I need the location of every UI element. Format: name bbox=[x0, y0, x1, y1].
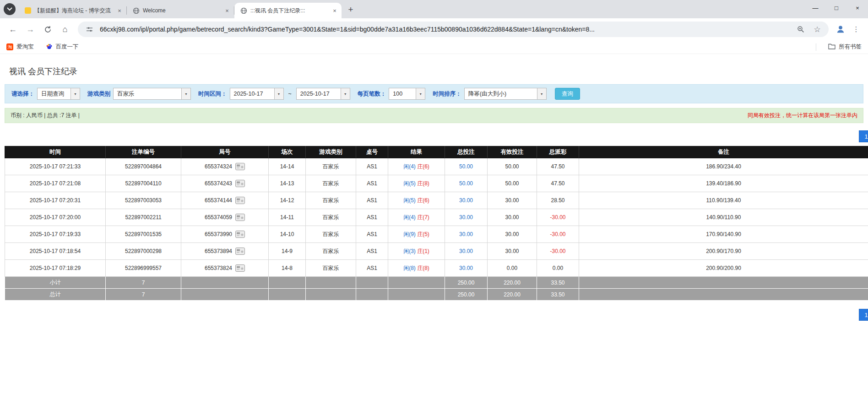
date-range-tilde: ~ bbox=[288, 91, 292, 97]
col-time: 时间 bbox=[5, 146, 106, 158]
date-to-value: 2025-10-17 bbox=[297, 88, 341, 99]
chevron-down-icon[interactable]: ▼ bbox=[416, 88, 425, 99]
chevron-down-icon[interactable]: ▼ bbox=[274, 88, 283, 99]
sort-order-select[interactable]: 降幂(由大到小) ▼ bbox=[464, 88, 547, 100]
cell-session: 14-10 bbox=[269, 226, 306, 243]
tab-title: :::视讯 会员下注纪录::: bbox=[250, 7, 327, 15]
all-bookmarks-button[interactable]: 所有书签 bbox=[828, 43, 862, 51]
round-detail-icon[interactable] bbox=[235, 214, 245, 221]
cell-time: 2025-10-17 07:21:33 bbox=[5, 158, 106, 175]
cell-payout: 28.50 bbox=[537, 192, 579, 209]
round-number: 655373990 bbox=[205, 231, 232, 237]
bet-records-table: 时间 注单编号 局号 场次 游戏类别 桌号 结果 总投注 有效投注 总派彩 备注… bbox=[5, 146, 868, 301]
browser-menu-icon[interactable]: ⋮ bbox=[849, 22, 863, 37]
cell-note: 200.90/200.90 bbox=[579, 260, 868, 277]
summary-bar: 币别 : 人民币 | 总共 :7 注单 | 同局有效投注，统一计算在该局第一张注… bbox=[5, 108, 863, 123]
new-tab-button[interactable]: + bbox=[344, 3, 357, 16]
cell-table: AS1 bbox=[356, 192, 388, 209]
all-bookmarks-label: 所有书签 bbox=[839, 43, 862, 51]
cell-valid-bet: 30.00 bbox=[488, 209, 537, 226]
home-button[interactable]: ⌂ bbox=[57, 21, 73, 38]
zoom-icon[interactable] bbox=[795, 23, 807, 35]
minimize-button[interactable]: — bbox=[805, 0, 826, 16]
cell-table: AS1 bbox=[356, 260, 388, 277]
total-payout: 33.50 bbox=[537, 289, 579, 301]
round-detail-icon[interactable] bbox=[235, 163, 245, 170]
page-size-select[interactable]: 100 ▼ bbox=[389, 88, 425, 100]
page-title: 视讯 会员下注纪录 bbox=[9, 66, 868, 77]
query-type-select[interactable]: 日期查询 ▼ bbox=[37, 88, 80, 100]
forward-button[interactable]: → bbox=[22, 21, 38, 38]
result-banker: 庄(6) bbox=[417, 163, 429, 170]
cell-table: AS1 bbox=[356, 243, 388, 260]
globe-favicon-icon bbox=[240, 7, 247, 14]
browser-tab-welcome[interactable]: Welcome × bbox=[127, 3, 234, 18]
game-type-value: 百家乐 bbox=[114, 88, 181, 99]
site-settings-icon[interactable] bbox=[83, 23, 95, 35]
bookmark-taobao[interactable]: 淘 爱淘宝 bbox=[6, 43, 34, 51]
round-detail-icon[interactable] bbox=[235, 248, 245, 255]
navigation-bar: ← → ⌂ 66cxkj98.com/ipl/portal.php/game/b… bbox=[0, 18, 868, 40]
game-type-select[interactable]: 百家乐 ▼ bbox=[113, 88, 191, 100]
tab-title: 【新提醒】海燕论坛 - 博学交流 bbox=[34, 7, 112, 15]
page-1-button[interactable]: 1 bbox=[859, 309, 868, 321]
total-bet: 250.00 bbox=[445, 289, 488, 301]
table-row: 2025-10-17 07:20:00 522897002211 6553740… bbox=[5, 209, 868, 226]
tab-close-icon[interactable]: × bbox=[223, 6, 231, 15]
browser-tab-forum[interactable]: 【新提醒】海燕论坛 - 博学交流 × bbox=[19, 3, 126, 18]
round-detail-icon[interactable] bbox=[235, 180, 245, 187]
tab-close-icon[interactable]: × bbox=[331, 6, 339, 15]
chevron-down-icon[interactable]: ▼ bbox=[537, 88, 546, 99]
cell-payout: -30.00 bbox=[537, 226, 579, 243]
round-detail-icon[interactable] bbox=[235, 231, 245, 238]
currency-summary: 币别 : 人民币 | 总共 :7 注单 | bbox=[11, 112, 80, 119]
cell-session: 14-13 bbox=[269, 175, 306, 192]
cell-session: 14-12 bbox=[269, 192, 306, 209]
round-detail-icon[interactable] bbox=[235, 264, 245, 272]
result-banker: 庄(8) bbox=[417, 265, 429, 271]
tab-search-button[interactable] bbox=[4, 3, 16, 15]
url-text[interactable]: 66cxkj98.com/ipl/portal.php/game/betreco… bbox=[100, 26, 790, 33]
bookmark-star-icon[interactable]: ☆ bbox=[811, 23, 823, 35]
tab-close-icon[interactable]: × bbox=[115, 6, 124, 15]
cell-valid-bet: 0.00 bbox=[488, 260, 537, 277]
reload-button[interactable] bbox=[39, 21, 56, 38]
cell-total-bet: 50.00 bbox=[445, 175, 488, 192]
profile-avatar-icon[interactable] bbox=[833, 22, 848, 37]
cell-payout: 0.00 bbox=[537, 260, 579, 277]
page-size-value: 100 bbox=[389, 88, 416, 99]
cell-valid-bet: 30.00 bbox=[488, 243, 537, 260]
cell-note: 200.90/170.90 bbox=[579, 243, 868, 260]
col-total-bet: 总投注 bbox=[445, 146, 488, 158]
cell-bet-id: 522897004864 bbox=[106, 158, 181, 175]
table-row: 2025-10-17 07:21:33 522897004864 6553743… bbox=[5, 158, 868, 175]
maximize-button[interactable]: □ bbox=[826, 0, 847, 16]
chevron-down-icon[interactable]: ▼ bbox=[71, 88, 80, 99]
result-player: 闲(9) bbox=[403, 231, 416, 237]
cell-total-bet: 30.00 bbox=[445, 192, 488, 209]
reload-icon bbox=[44, 26, 52, 33]
chevron-down-icon[interactable]: ▼ bbox=[181, 88, 190, 99]
date-range-label: 时间区间： bbox=[198, 90, 227, 98]
result-player: 闲(5) bbox=[403, 180, 416, 187]
bookmark-baidu[interactable]: 百度一下 bbox=[46, 43, 79, 51]
url-bar[interactable]: 66cxkj98.com/ipl/portal.php/game/betreco… bbox=[78, 22, 829, 37]
total-count: 7 bbox=[106, 289, 181, 301]
cell-bet-id: 522896999557 bbox=[106, 260, 181, 277]
round-detail-icon[interactable] bbox=[235, 197, 245, 204]
search-button[interactable]: 查询 bbox=[555, 88, 580, 100]
col-table: 桌号 bbox=[356, 146, 388, 158]
browser-tab-betrecord-active[interactable]: :::视讯 会员下注纪录::: × bbox=[234, 3, 342, 18]
date-to-select[interactable]: 2025-10-17 ▼ bbox=[296, 88, 350, 100]
back-button[interactable]: ← bbox=[5, 21, 21, 38]
cell-table: AS1 bbox=[356, 209, 388, 226]
round-number: 655374144 bbox=[205, 197, 232, 204]
cell-game-type: 百家乐 bbox=[306, 158, 356, 175]
chevron-down-icon[interactable]: ▼ bbox=[341, 88, 350, 99]
cell-round: 655374059 bbox=[181, 209, 269, 226]
total-label: 总计 bbox=[5, 289, 106, 301]
date-from-select[interactable]: 2025-10-17 ▼ bbox=[230, 88, 284, 100]
folder-icon bbox=[828, 43, 835, 51]
close-button[interactable]: × bbox=[847, 0, 868, 16]
page-1-button[interactable]: 1 bbox=[859, 130, 868, 142]
